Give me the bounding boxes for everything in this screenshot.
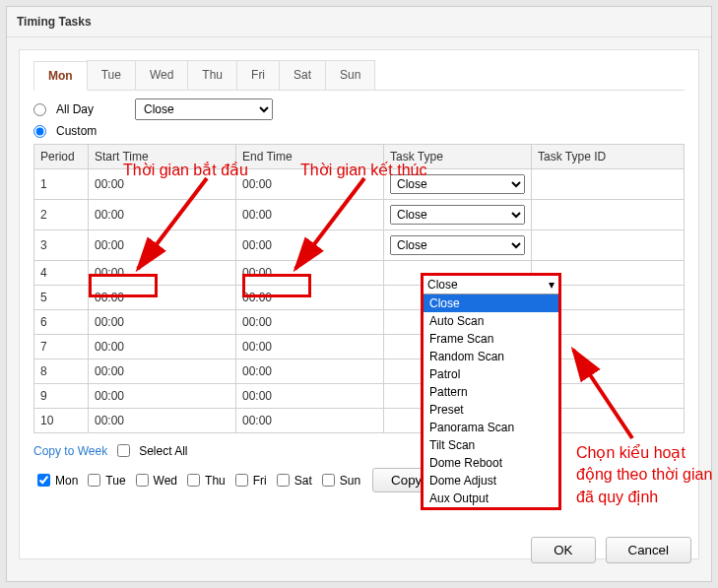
copy-days-row: MonTueWedThuFriSatSunCopy — [33, 468, 685, 492]
cell-start-time[interactable]: 00:00 — [89, 335, 236, 359]
task-type-select[interactable]: Close — [390, 235, 525, 255]
col-end: End Time — [236, 145, 384, 169]
task-type-dropdown-open: Close ▾ CloseAuto ScanFrame ScanRandom S… — [421, 273, 561, 510]
dropdown-option[interactable]: Random Scan — [424, 348, 558, 365]
tab-fri[interactable]: Fri — [236, 60, 280, 90]
tab-wed[interactable]: Wed — [135, 60, 188, 90]
tab-mon[interactable]: Mon — [33, 61, 88, 91]
mode-custom-row: Custom — [33, 124, 685, 138]
cell-task-type-id[interactable] — [532, 169, 685, 200]
dropdown-option[interactable]: Auto Scan — [424, 312, 558, 330]
copy-to-week-link[interactable]: Copy to Week — [33, 444, 107, 458]
allday-select[interactable]: Close — [135, 98, 273, 120]
copy-day-checkbox[interactable] — [136, 474, 149, 487]
mode-allday-row: All Day Close — [33, 98, 685, 120]
col-task: Task Type — [384, 145, 532, 169]
select-all-label: Select All — [139, 444, 187, 458]
cell-period: 5 — [34, 286, 89, 310]
panel-title: Timing Tasks — [7, 7, 711, 37]
dropdown-selected-bar[interactable]: Close ▾ — [424, 276, 558, 294]
dropdown-option[interactable]: Frame Scan — [424, 330, 558, 348]
dropdown-option[interactable]: Preset — [424, 401, 558, 419]
copy-day-fri: Fri — [231, 471, 267, 490]
tab-sun[interactable]: Sun — [325, 60, 375, 90]
cell-start-time[interactable]: 00:00 — [89, 200, 236, 230]
dropdown-option[interactable]: Pattern — [424, 383, 558, 401]
cell-task-type: Close — [384, 200, 532, 230]
copy-day-checkbox[interactable] — [88, 474, 100, 487]
cell-end-time[interactable]: 00:00 — [236, 261, 384, 286]
cell-start-time[interactable]: 00:00 — [89, 359, 236, 384]
cell-end-time[interactable]: 00:00 — [236, 409, 384, 433]
cell-start-time[interactable]: 00:00 — [89, 409, 236, 433]
cell-start-time[interactable]: 00:00 — [89, 230, 236, 261]
cell-end-time[interactable]: 00:00 — [236, 359, 384, 384]
copy-day-checkbox[interactable] — [322, 474, 335, 487]
cell-period: 2 — [34, 200, 89, 230]
dropdown-option[interactable]: Tilt Scan — [424, 436, 558, 454]
tab-thu[interactable]: Thu — [187, 60, 237, 90]
schedule-table: Period Start Time End Time Task Type Tas… — [33, 144, 685, 433]
table-row: 300:0000:00Close — [34, 230, 685, 261]
copy-day-sat: Sat — [273, 471, 312, 490]
copy-day-checkbox[interactable] — [235, 474, 248, 487]
copy-day-checkbox[interactable] — [187, 474, 200, 487]
cell-end-time[interactable]: 00:00 — [236, 310, 384, 335]
cell-task-type: Close — [384, 230, 532, 261]
select-all-checkbox[interactable] — [117, 444, 130, 457]
col-taskid: Task Type ID — [532, 145, 685, 169]
copy-day-label: Thu — [205, 474, 226, 488]
copy-day-wed: Wed — [132, 471, 177, 490]
copy-day-tue: Tue — [84, 471, 125, 490]
tab-sat[interactable]: Sat — [279, 60, 326, 90]
custom-radio[interactable] — [33, 125, 46, 138]
ok-button[interactable]: OK — [531, 537, 595, 563]
tab-tue[interactable]: Tue — [87, 60, 136, 90]
cell-period: 7 — [34, 335, 89, 359]
table-row: 500:0000:00 — [34, 286, 685, 310]
dropdown-option[interactable]: Dome Reboot — [424, 454, 558, 472]
task-type-select[interactable]: Close — [390, 174, 525, 194]
cell-end-time[interactable]: 00:00 — [236, 384, 384, 409]
copy-row: Copy to Week Select All — [33, 441, 685, 460]
copy-day-thu: Thu — [183, 471, 226, 490]
copy-day-checkbox[interactable] — [37, 474, 50, 487]
dropdown-option[interactable]: Panorama Scan — [424, 419, 558, 436]
cell-end-time[interactable]: 00:00 — [236, 200, 384, 230]
cell-start-time[interactable]: 00:00 — [89, 310, 236, 335]
task-type-select[interactable]: Close — [390, 205, 525, 225]
dropdown-option[interactable]: Close — [424, 294, 558, 312]
custom-label: Custom — [56, 124, 97, 138]
cell-end-time[interactable]: 00:00 — [236, 286, 384, 310]
dialog-buttons: OK Cancel — [531, 537, 691, 563]
cell-period: 9 — [34, 384, 89, 409]
allday-radio[interactable] — [33, 103, 46, 116]
cell-start-time[interactable]: 00:00 — [89, 169, 236, 200]
table-row: 700:0000:00 — [34, 335, 685, 359]
cell-period: 10 — [34, 409, 89, 433]
table-row: 800:0000:00 — [34, 359, 685, 384]
cell-task-type-id[interactable] — [532, 230, 685, 261]
cell-task-type-id[interactable] — [532, 200, 685, 230]
copy-day-label: Sat — [294, 474, 312, 488]
cancel-button[interactable]: Cancel — [606, 537, 692, 563]
table-row: 100:0000:00Close — [34, 169, 685, 200]
table-row: 900:0000:00 — [34, 384, 685, 409]
dropdown-option[interactable]: Aux Output — [424, 490, 558, 507]
col-start: Start Time — [89, 145, 236, 169]
cell-end-time[interactable]: 00:00 — [236, 335, 384, 359]
cell-end-time[interactable]: 00:00 — [236, 230, 384, 261]
cell-start-time[interactable]: 00:00 — [89, 384, 236, 409]
cell-start-time[interactable]: 00:00 — [89, 261, 236, 286]
copy-day-label: Sun — [340, 474, 360, 488]
dropdown-option[interactable]: Patrol — [424, 365, 558, 383]
table-row: 200:0000:00Close — [34, 200, 685, 230]
cell-task-type: Close — [384, 169, 532, 200]
copy-day-checkbox[interactable] — [277, 474, 290, 487]
dropdown-option[interactable]: Dome Adjust — [424, 472, 558, 490]
cell-end-time[interactable]: 00:00 — [236, 169, 384, 200]
cell-period: 8 — [34, 359, 89, 384]
cell-period: 6 — [34, 310, 89, 335]
col-period: Period — [34, 145, 89, 169]
cell-start-time[interactable]: 00:00 — [89, 286, 236, 310]
